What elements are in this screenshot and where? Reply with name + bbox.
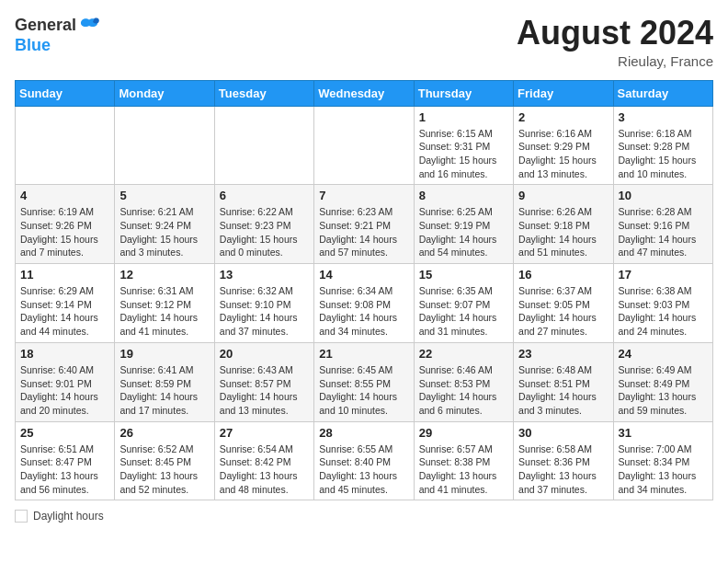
- calendar-cell: 16Sunrise: 6:37 AM Sunset: 9:05 PM Dayli…: [514, 264, 613, 343]
- logo-bird-icon: [78, 15, 100, 37]
- weekday-header-wednesday: Wednesday: [314, 80, 414, 106]
- legend-box: [15, 510, 28, 523]
- calendar-cell: 11Sunrise: 6:29 AM Sunset: 9:14 PM Dayli…: [16, 264, 115, 343]
- day-number: 27: [220, 426, 309, 440]
- calendar-table: SundayMondayTuesdayWednesdayThursdayFrid…: [15, 80, 713, 501]
- day-number: 21: [319, 347, 408, 361]
- day-number: 12: [119, 268, 209, 282]
- day-number: 11: [20, 268, 109, 282]
- logo-general: General: [15, 17, 76, 35]
- day-number: 2: [518, 110, 608, 124]
- month-year-title: August 2024: [517, 15, 713, 52]
- day-number: 18: [20, 347, 109, 361]
- calendar-cell: 2Sunrise: 6:16 AM Sunset: 9:29 PM Daylig…: [514, 106, 613, 185]
- day-number: 22: [419, 347, 508, 361]
- weekday-header-saturday: Saturday: [613, 80, 712, 106]
- day-number: 20: [220, 347, 309, 361]
- calendar-cell: 4Sunrise: 6:19 AM Sunset: 9:26 PM Daylig…: [16, 185, 115, 264]
- calendar-cell: 12Sunrise: 6:31 AM Sunset: 9:12 PM Dayli…: [115, 264, 214, 343]
- calendar-cell: 1Sunrise: 6:15 AM Sunset: 9:31 PM Daylig…: [414, 106, 513, 185]
- calendar-cell: 27Sunrise: 6:54 AM Sunset: 8:42 PM Dayli…: [214, 421, 313, 500]
- day-number: 16: [518, 268, 608, 282]
- day-number: 31: [619, 426, 708, 440]
- calendar-cell: 30Sunrise: 6:58 AM Sunset: 8:36 PM Dayli…: [514, 421, 613, 500]
- day-info: Sunrise: 6:51 AM Sunset: 8:47 PM Dayligh…: [20, 442, 109, 497]
- calendar-cell: 3Sunrise: 6:18 AM Sunset: 9:28 PM Daylig…: [613, 106, 712, 185]
- calendar-cell: 9Sunrise: 6:26 AM Sunset: 9:18 PM Daylig…: [514, 185, 613, 264]
- calendar-cell: 17Sunrise: 6:38 AM Sunset: 9:03 PM Dayli…: [613, 264, 712, 343]
- day-number: 9: [518, 189, 608, 202]
- logo: General Blue: [15, 15, 100, 55]
- day-info: Sunrise: 6:19 AM Sunset: 9:26 PM Dayligh…: [20, 205, 109, 259]
- day-info: Sunrise: 6:48 AM Sunset: 8:51 PM Dayligh…: [518, 363, 608, 418]
- day-number: 1: [419, 110, 508, 124]
- day-number: 25: [20, 426, 109, 440]
- day-info: Sunrise: 6:25 AM Sunset: 9:19 PM Dayligh…: [419, 205, 508, 259]
- day-number: 17: [619, 268, 708, 282]
- day-info: Sunrise: 6:28 AM Sunset: 9:16 PM Dayligh…: [619, 205, 708, 259]
- calendar-cell: [314, 106, 414, 185]
- legend-label: Daylight hours: [33, 510, 104, 523]
- day-number: 14: [319, 268, 408, 282]
- day-info: Sunrise: 6:40 AM Sunset: 9:01 PM Dayligh…: [20, 363, 109, 418]
- day-info: Sunrise: 6:21 AM Sunset: 9:24 PM Dayligh…: [119, 205, 209, 259]
- calendar-cell: 31Sunrise: 7:00 AM Sunset: 8:34 PM Dayli…: [613, 421, 712, 500]
- calendar-cell: [16, 106, 115, 185]
- page-header: General Blue August 2024 Rieulay, France: [15, 15, 713, 69]
- calendar-cell: 21Sunrise: 6:45 AM Sunset: 8:55 PM Dayli…: [314, 342, 414, 421]
- day-number: 26: [119, 426, 209, 440]
- calendar-cell: 25Sunrise: 6:51 AM Sunset: 8:47 PM Dayli…: [16, 421, 115, 500]
- title-block: August 2024 Rieulay, France: [517, 15, 713, 69]
- calendar-week-row: 25Sunrise: 6:51 AM Sunset: 8:47 PM Dayli…: [16, 421, 713, 500]
- day-info: Sunrise: 6:38 AM Sunset: 9:03 PM Dayligh…: [619, 284, 708, 339]
- logo-blue: Blue: [15, 37, 51, 55]
- day-info: Sunrise: 6:45 AM Sunset: 8:55 PM Dayligh…: [319, 363, 408, 418]
- calendar-cell: 13Sunrise: 6:32 AM Sunset: 9:10 PM Dayli…: [214, 264, 313, 343]
- calendar-cell: [115, 106, 214, 185]
- day-number: 13: [220, 268, 309, 282]
- day-number: 10: [619, 189, 708, 202]
- calendar-week-row: 11Sunrise: 6:29 AM Sunset: 9:14 PM Dayli…: [16, 264, 713, 343]
- weekday-header-row: SundayMondayTuesdayWednesdayThursdayFrid…: [16, 80, 713, 106]
- calendar-cell: 20Sunrise: 6:43 AM Sunset: 8:57 PM Dayli…: [214, 342, 313, 421]
- day-info: Sunrise: 6:43 AM Sunset: 8:57 PM Dayligh…: [220, 363, 309, 418]
- day-info: Sunrise: 6:31 AM Sunset: 9:12 PM Dayligh…: [119, 284, 209, 339]
- day-info: Sunrise: 6:57 AM Sunset: 8:38 PM Dayligh…: [419, 442, 508, 497]
- day-number: 4: [20, 189, 109, 202]
- day-number: 30: [518, 426, 608, 440]
- calendar-cell: 22Sunrise: 6:46 AM Sunset: 8:53 PM Dayli…: [414, 342, 513, 421]
- weekday-header-friday: Friday: [514, 80, 613, 106]
- day-info: Sunrise: 6:49 AM Sunset: 8:49 PM Dayligh…: [619, 363, 708, 418]
- weekday-header-monday: Monday: [115, 80, 214, 106]
- calendar-cell: 19Sunrise: 6:41 AM Sunset: 8:59 PM Dayli…: [115, 342, 214, 421]
- calendar-cell: 6Sunrise: 6:22 AM Sunset: 9:23 PM Daylig…: [214, 185, 313, 264]
- day-info: Sunrise: 6:35 AM Sunset: 9:07 PM Dayligh…: [419, 284, 508, 339]
- day-info: Sunrise: 6:58 AM Sunset: 8:36 PM Dayligh…: [518, 442, 608, 497]
- day-info: Sunrise: 6:26 AM Sunset: 9:18 PM Dayligh…: [518, 205, 608, 259]
- day-info: Sunrise: 6:52 AM Sunset: 8:45 PM Dayligh…: [119, 442, 209, 497]
- calendar-cell: 15Sunrise: 6:35 AM Sunset: 9:07 PM Dayli…: [414, 264, 513, 343]
- day-info: Sunrise: 6:22 AM Sunset: 9:23 PM Dayligh…: [220, 205, 309, 259]
- day-info: Sunrise: 7:00 AM Sunset: 8:34 PM Dayligh…: [619, 442, 708, 497]
- calendar-cell: 8Sunrise: 6:25 AM Sunset: 9:19 PM Daylig…: [414, 185, 513, 264]
- calendar-cell: 14Sunrise: 6:34 AM Sunset: 9:08 PM Dayli…: [314, 264, 414, 343]
- day-info: Sunrise: 6:55 AM Sunset: 8:40 PM Dayligh…: [319, 442, 408, 497]
- calendar-week-row: 4Sunrise: 6:19 AM Sunset: 9:26 PM Daylig…: [16, 185, 713, 264]
- calendar-week-row: 1Sunrise: 6:15 AM Sunset: 9:31 PM Daylig…: [16, 106, 713, 185]
- calendar-cell: 24Sunrise: 6:49 AM Sunset: 8:49 PM Dayli…: [613, 342, 712, 421]
- day-info: Sunrise: 6:29 AM Sunset: 9:14 PM Dayligh…: [20, 284, 109, 339]
- calendar-week-row: 18Sunrise: 6:40 AM Sunset: 9:01 PM Dayli…: [16, 342, 713, 421]
- day-number: 8: [419, 189, 508, 202]
- calendar-cell: 23Sunrise: 6:48 AM Sunset: 8:51 PM Dayli…: [514, 342, 613, 421]
- calendar-cell: 18Sunrise: 6:40 AM Sunset: 9:01 PM Dayli…: [16, 342, 115, 421]
- day-number: 7: [319, 189, 408, 202]
- day-number: 23: [518, 347, 608, 361]
- day-info: Sunrise: 6:41 AM Sunset: 8:59 PM Dayligh…: [119, 363, 209, 418]
- day-number: 28: [319, 426, 408, 440]
- calendar-cell: 10Sunrise: 6:28 AM Sunset: 9:16 PM Dayli…: [613, 185, 712, 264]
- day-info: Sunrise: 6:18 AM Sunset: 9:28 PM Dayligh…: [619, 127, 708, 181]
- calendar-cell: 29Sunrise: 6:57 AM Sunset: 8:38 PM Dayli…: [414, 421, 513, 500]
- calendar-cell: 5Sunrise: 6:21 AM Sunset: 9:24 PM Daylig…: [115, 185, 214, 264]
- day-info: Sunrise: 6:46 AM Sunset: 8:53 PM Dayligh…: [419, 363, 508, 418]
- day-info: Sunrise: 6:54 AM Sunset: 8:42 PM Dayligh…: [220, 442, 309, 497]
